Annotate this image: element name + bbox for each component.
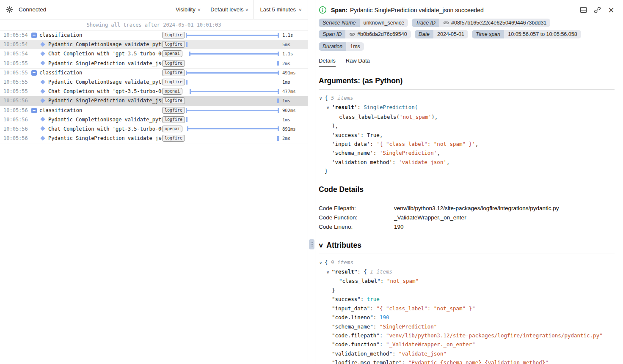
trace-row[interactable]: 10:05:54Chat Completion with 'gpt-3.5-tu… [0,49,308,58]
explorer-toolbar: Connected Visibility∨ Default levels∨ La… [0,0,308,19]
duration-bar [186,42,187,47]
code-token-plain: : [373,323,380,330]
code-detail-value: 190 [394,222,615,232]
collapse-chevron-icon[interactable]: ∨ [319,94,325,103]
badge-value: 10:05:56.057 to 10:05:56.058 [504,30,581,38]
link-icon[interactable] [594,6,601,14]
badge-label: Trace ID [412,19,439,27]
code-detail-row: Code Lineno:190 [319,222,615,232]
code-token-plain: } [332,287,335,293]
divider-drag-handle[interactable] [309,239,314,249]
duration-bar-track [186,68,279,77]
duration-label: 902ms [282,108,302,113]
code-token-key: 'success' [332,132,361,138]
code-token-meta: 9 items [331,259,353,265]
app-window: Connected Visibility∨ Default levels∨ La… [0,0,623,364]
trace-explorer-panel: Connected Visibility∨ Default levels∨ La… [0,0,308,364]
trace-row[interactable]: 10:05:56Pydantic SinglePrediction valida… [0,134,308,143]
trace-row[interactable]: 10:05:56Chat Completion with 'gpt-3.5-tu… [0,124,308,134]
collapse-chevron-icon[interactable]: ∨ [318,242,324,249]
tag-chip[interactable]: openai [162,50,182,57]
visibility-dropdown[interactable]: Visibility∨ [171,0,205,19]
span-diamond-icon [40,117,46,122]
tag-chip[interactable]: logfire [162,69,185,76]
tag-chip[interactable]: logfire [162,32,185,38]
collapse-chevron-icon[interactable]: ∨ [326,268,332,276]
span-name: classification [39,32,162,38]
tag-chip[interactable]: logfire [162,135,185,142]
duration-bar-track [186,134,279,143]
meta-badge[interactable]: Trace ID#08f57b165e22c4e625046944673bdd3… [412,19,550,27]
collapse-trace-icon[interactable] [31,70,37,76]
code-token-key: "logfire.msg_template" [332,359,402,364]
code-token-meta: 1 items [370,268,392,275]
default-levels-dropdown[interactable]: Default levels∨ [205,0,254,19]
code-token-key: 'result' [332,104,357,110]
close-icon[interactable]: × [608,6,615,14]
info-icon [319,6,327,14]
divider [319,254,615,254]
tag-chip[interactable]: logfire [162,97,185,104]
code-token-key: 'schema_name' [332,150,373,156]
collapse-trace-icon[interactable] [31,108,37,113]
trace-row[interactable]: 10:05:54Pydantic CompletionUsage validat… [0,40,308,49]
trace-timestamp: 10:05:55 [3,88,28,94]
trace-row[interactable]: 10:05:56Pydantic SinglePrediction valida… [0,96,308,105]
span-diamond-icon [40,136,46,141]
duration-bar [277,99,279,103]
connection-status: Connected [19,6,46,13]
chevron-down-icon: ∨ [298,8,302,12]
code-token-plain: { [325,259,331,265]
collapse-trace-icon[interactable] [31,33,37,38]
tag-chip[interactable]: logfire [162,41,185,48]
dock-panel-icon[interactable] [580,6,587,14]
time-range-dropdown[interactable]: Last 5 minutes∨ [254,0,308,19]
meta-badge: Date2024-05-01 [415,30,468,38]
code-token-plain: , [437,150,440,156]
code-token-string: "validate_json" [399,350,447,357]
span-diamond-icon [40,51,46,57]
link-icon[interactable] [349,31,355,37]
duration-bar-track [186,49,279,58]
trace-row[interactable]: 10:05:55Pydantic SinglePrediction valida… [0,59,308,68]
trace-row[interactable]: 10:05:56classificationlogfire902ms [0,106,308,115]
span-meta-badges: Service Nameunknown_serviceTrace ID#08f5… [319,19,615,51]
duration-bar-track [186,40,279,49]
code-token-plain: { [325,95,331,101]
tag-chip[interactable]: logfire [162,79,185,85]
traces-status-line: Showing all traces after 2024-05-01 10:0… [0,19,308,30]
tab-details[interactable]: Details [319,57,336,67]
tag-chip[interactable]: logfire [162,107,185,114]
tag-chip[interactable]: openai [162,126,182,132]
tag-chip[interactable]: openai [162,88,182,95]
trace-row[interactable]: 10:05:55classificationlogfire491ms [0,68,308,77]
collapse-chevron-icon[interactable]: ∨ [319,258,325,267]
badge-label: Date [415,30,433,38]
code-token-plain: : [370,305,376,312]
trace-row[interactable]: 10:05:55Chat Completion with 'gpt-3.5-tu… [0,87,308,96]
trace-row[interactable]: 10:05:56Pydantic CompletionUsage validat… [0,115,308,124]
tab-raw-data[interactable]: Raw Data [346,57,370,67]
duration-bar [189,53,279,55]
code-token-key: "input_data" [332,305,370,312]
trace-row[interactable]: 10:05:55Pydantic CompletionUsage validat… [0,77,308,87]
duration-bar-track [186,59,279,68]
span-title: Pydantic SinglePrediction validate_json … [350,7,484,14]
duration-bar-track [186,87,279,96]
code-token-plain: : True, [361,132,383,138]
code-detail-value: _ValidateWrapper._on_enter [394,213,615,222]
collapse-chevron-icon[interactable]: ∨ [326,103,332,112]
code-token-key: "code.function" [332,341,380,348]
link-icon[interactable] [443,20,449,26]
trace-timestamp: 10:05:56 [3,135,28,141]
meta-badge[interactable]: Span ID#b0b6da2d76c69540 [319,30,411,38]
tag-chip[interactable]: logfire [162,116,185,123]
span-name: Pydantic CompletionUsage validate_python [48,41,162,47]
tag-chip[interactable]: logfire [162,60,185,67]
trace-row[interactable]: 10:05:54classificationlogfire1.1s [0,30,308,40]
code-detail-row: Code Function:_ValidateWrapper._on_enter [319,213,615,222]
span-diamond-icon [40,42,46,47]
badge-value: 1ms [346,42,364,51]
gear-icon[interactable] [6,6,13,13]
arguments-section-title: Arguments: (as Python) [319,77,615,85]
